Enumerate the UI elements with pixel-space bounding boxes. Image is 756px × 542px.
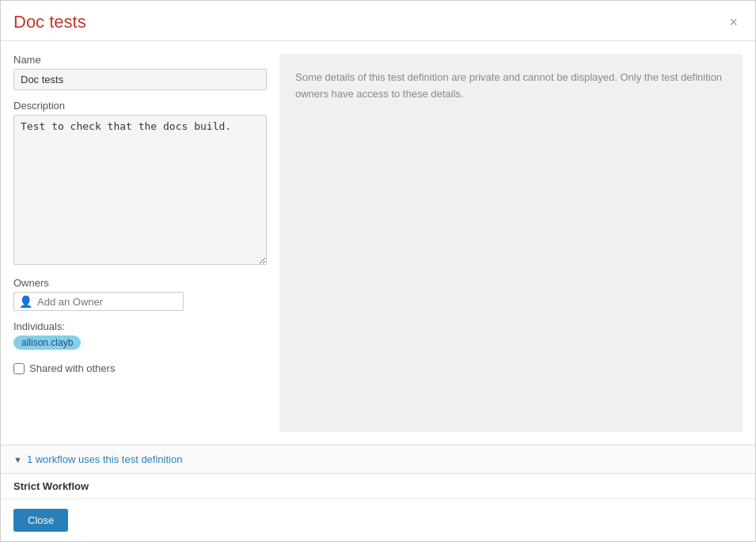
individuals-group: Individuals: allison.clayb [13, 320, 267, 350]
owners-label: Owners [13, 277, 267, 289]
description-textarea[interactable] [13, 115, 267, 265]
workflow-section: ▼ 1 workflow uses this test definition S… [1, 445, 755, 499]
doc-tests-dialog: Doc tests × Name Description Owners 👤 [0, 0, 756, 542]
shared-label: Shared with others [29, 362, 115, 374]
dialog-close-button[interactable]: × [724, 13, 743, 31]
dialog-actions: Close [1, 499, 755, 541]
owners-input[interactable] [37, 296, 178, 308]
dialog-body: Name Description Owners 👤 Individuals: [1, 41, 755, 445]
owners-field-group: Owners 👤 [13, 277, 267, 311]
right-panel: Some details of this test definition are… [279, 54, 743, 432]
chevron-down-icon: ▼ [13, 455, 22, 464]
description-label: Description [13, 100, 267, 112]
person-icon: 👤 [19, 295, 32, 308]
individual-tag[interactable]: allison.clayb [13, 335, 81, 350]
left-panel: Name Description Owners 👤 Individuals: [13, 54, 267, 432]
shared-checkbox[interactable] [13, 363, 25, 374]
individuals-label: Individuals: [13, 320, 65, 332]
workflow-item: Strict Workflow [1, 474, 755, 499]
workflow-uses-text[interactable]: 1 workflow uses this test definition [27, 453, 183, 465]
name-input[interactable] [13, 69, 267, 90]
dialog-title: Doc tests [13, 12, 86, 32]
dialog-header: Doc tests × [1, 1, 755, 41]
shared-row: Shared with others [13, 362, 267, 374]
private-notice: Some details of this test definition are… [295, 70, 727, 103]
description-field-group: Description [13, 100, 267, 267]
name-label: Name [13, 54, 267, 66]
close-button[interactable]: Close [13, 509, 68, 532]
name-field-group: Name [13, 54, 267, 90]
workflow-uses-row[interactable]: ▼ 1 workflow uses this test definition [1, 445, 755, 474]
owners-input-wrapper: 👤 [13, 292, 184, 311]
